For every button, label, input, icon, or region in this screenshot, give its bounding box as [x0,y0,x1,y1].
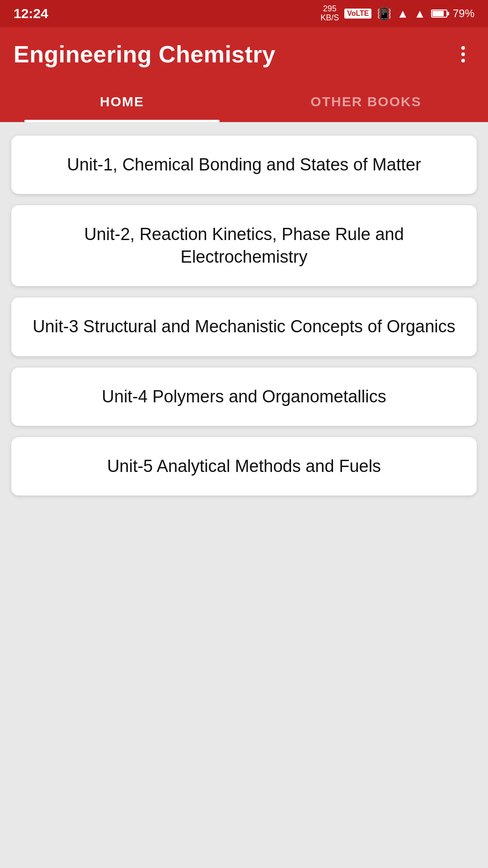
vibrate-icon: 📳 [377,7,391,21]
unit-5-card[interactable]: Unit-5 Analytical Methods and Fuels [11,437,477,495]
unit-1-card[interactable]: Unit-1, Chemical Bonding and States of M… [11,136,477,194]
network-speed: 295 KB/S [320,5,339,23]
more-options-button[interactable] [452,41,474,68]
unit-4-card[interactable]: Unit-4 Polymers and Organometallics [11,368,477,426]
more-dot-2 [461,52,465,56]
tab-bar: HOME OTHER BOOKS [0,81,488,122]
tab-other-books[interactable]: OTHER BOOKS [244,81,488,122]
unit-3-label: Unit-3 Structural and Mechanistic Concep… [33,316,455,338]
app-title: Engineering Chemistry [14,41,276,68]
tab-other-books-label: OTHER BOOKS [310,94,421,109]
unit-4-label: Unit-4 Polymers and Organometallics [102,386,386,408]
unit-2-label: Unit-2, Reaction Kinetics, Phase Rule an… [25,223,463,268]
battery-percent: 79% [453,7,474,20]
unit-3-card[interactable]: Unit-3 Structural and Mechanistic Concep… [11,297,477,356]
more-dot-3 [461,59,465,62]
app-bar: Engineering Chemistry [0,27,488,81]
tab-home-label: HOME [100,94,144,109]
unit-5-label: Unit-5 Analytical Methods and Fuels [107,455,381,477]
status-time: 12:24 [14,6,48,21]
battery-icon [431,9,447,18]
signal-icon: ▲ [414,7,426,21]
unit-2-card[interactable]: Unit-2, Reaction Kinetics, Phase Rule an… [11,205,477,286]
unit-1-label: Unit-1, Chemical Bonding and States of M… [67,154,421,176]
wifi-icon: ▲ [397,7,408,21]
content-area: Unit-1, Chemical Bonding and States of M… [0,122,488,509]
tab-home[interactable]: HOME [0,81,244,122]
status-icons: 295 KB/S VoLTE 📳 ▲ ▲ 79% [320,5,474,23]
volte-badge: VoLTE [344,9,371,19]
more-dot-1 [461,46,465,50]
status-bar: 12:24 295 KB/S VoLTE 📳 ▲ ▲ 79% [0,0,488,27]
